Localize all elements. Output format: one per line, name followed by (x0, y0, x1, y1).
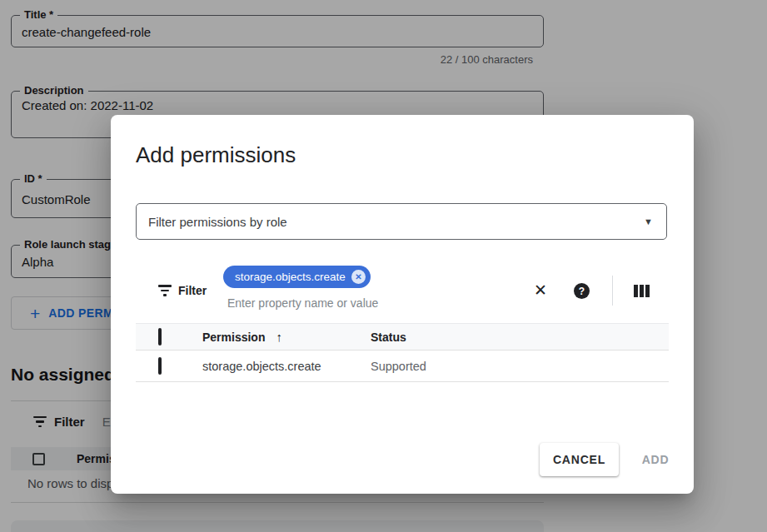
help-icon[interactable]: ? (574, 283, 590, 299)
chevron-down-icon: ▼ (644, 216, 653, 226)
toolbar-divider (612, 276, 613, 306)
columns-icon[interactable] (634, 285, 650, 297)
permission-column-header[interactable]: Permission (202, 331, 265, 344)
table-header-row: Permission ↑ Status (136, 323, 669, 351)
permissions-table: Permission ↑ Status storage.objects.crea… (136, 323, 669, 382)
dialog-title: Add permissions (136, 142, 296, 168)
row-status: Supported (371, 360, 669, 373)
chip-close-icon[interactable]: ✕ (351, 270, 366, 284)
table-row[interactable]: storage.objects.create Supported (136, 351, 669, 382)
filter-label: Filter (178, 284, 207, 297)
clear-filters-icon[interactable]: ✕ (530, 280, 551, 301)
filter-chip-label: storage.objects.create (235, 271, 346, 283)
cancel-button[interactable]: CANCEL (540, 443, 619, 476)
add-permissions-dialog: Add permissions Filter permissions by ro… (111, 115, 694, 494)
row-checkbox[interactable] (158, 357, 162, 375)
create-role-page: Title * create-changefeed-role 22 / 100 … (0, 0, 767, 532)
filter-chip[interactable]: storage.objects.create ✕ (223, 266, 371, 288)
filter-by-role-select[interactable]: Filter permissions by role ▼ (136, 203, 667, 240)
add-button[interactable]: ADD (631, 443, 680, 476)
select-all-checkbox[interactable] (158, 328, 162, 346)
filter-by-role-placeholder: Filter permissions by role (148, 215, 644, 229)
filter-input[interactable] (227, 293, 502, 313)
filter-icon (158, 285, 172, 296)
status-column-header[interactable]: Status (371, 331, 669, 344)
row-permission: storage.objects.create (202, 360, 371, 373)
sort-ascending-icon[interactable]: ↑ (276, 330, 282, 344)
